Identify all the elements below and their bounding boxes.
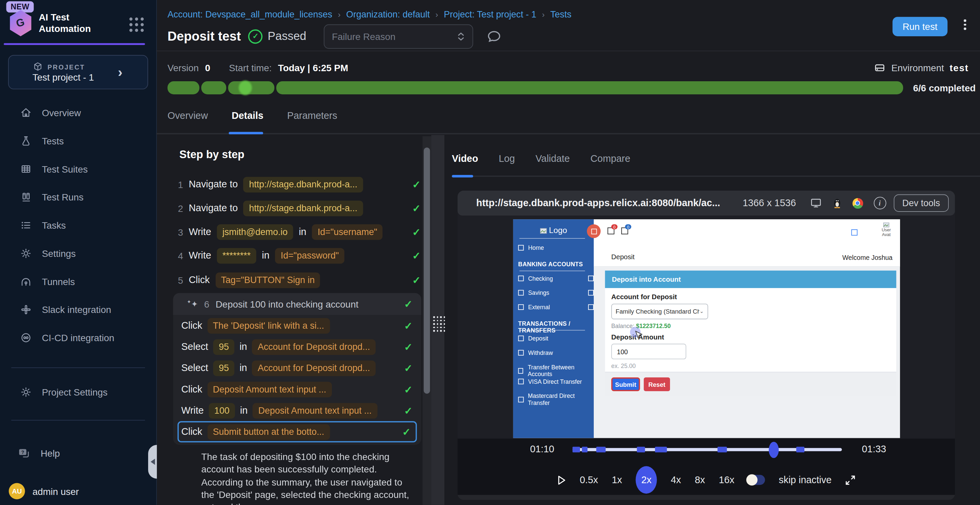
sidebar-item-overview[interactable]: Overview xyxy=(0,99,156,127)
project-selector[interactable]: PROJECT Test project - 1 › xyxy=(8,55,148,89)
checkbox-icon[interactable] xyxy=(851,229,858,236)
main-area: Account: Devspace_all_module_licenses› O… xyxy=(156,0,980,505)
speed-4x[interactable]: 4x xyxy=(671,474,681,485)
skip-inactive-toggle[interactable] xyxy=(748,475,765,485)
app-form-footer: Submit Reset xyxy=(605,372,896,396)
dev-tools-button[interactable]: Dev tools xyxy=(893,194,949,212)
app-section-transactions: TRANSACTIONS / TRANSFERS xyxy=(518,320,594,334)
speed-8x[interactable]: 8x xyxy=(695,474,705,485)
sidebar-item-tunnels[interactable]: Tunnels xyxy=(0,268,156,296)
progress-text: 6/6 completed xyxy=(913,83,976,93)
video-frame[interactable]: Logo Home BANKING ACCOUNTS Checking Savi… xyxy=(457,216,955,438)
tab-parameters[interactable]: Parameters xyxy=(287,110,337,121)
apps-grid-icon[interactable] xyxy=(129,17,144,32)
app-nav-checking[interactable]: Checking xyxy=(518,275,553,282)
sidebar-item-project-settings[interactable]: Project Settings xyxy=(0,378,176,406)
app-nav-external[interactable]: External xyxy=(518,303,550,310)
tab-video[interactable]: Video xyxy=(452,153,478,164)
tab-validate[interactable]: Validate xyxy=(535,153,570,164)
steps-scrollbar[interactable] xyxy=(423,136,431,505)
app-nav-mastercard[interactable]: Mastercard Direct Transfer xyxy=(518,392,594,406)
app-nav-home[interactable]: Home xyxy=(518,245,544,251)
svg-text:?: ? xyxy=(21,449,24,455)
tabs-divider xyxy=(156,133,980,134)
progress-segment xyxy=(201,81,226,94)
step-group-header[interactable]: ✦✦ 6 Deposit 100 into checking account ✓ xyxy=(173,293,421,315)
breadcrumb-account[interactable]: Account: Devspace_all_module_licenses xyxy=(168,10,332,19)
fullscreen-icon[interactable] xyxy=(845,475,856,485)
window-icon[interactable]: 0 xyxy=(621,227,628,234)
step-check-icon: ✓ xyxy=(412,226,421,238)
sidebar-item-help[interactable]: ? Help xyxy=(0,447,173,460)
step-target-chip: http://stage.dbank.prod-a... xyxy=(243,176,363,192)
sidebar-item-tasks[interactable]: Tasks xyxy=(0,211,156,240)
sidebar-item-tests[interactable]: Tests xyxy=(0,127,156,155)
substep-row[interactable]: Select 95 in Account for Deposit dropd..… xyxy=(173,336,421,357)
substep-row[interactable]: Click The 'Deposit' link with a si... ✓ xyxy=(173,315,421,336)
step-row-1[interactable]: 1 Navigate to http://stage.dbank.prod-a.… xyxy=(173,173,423,197)
panel-resize-handle[interactable] xyxy=(431,135,444,505)
progress-bar: 6/6 completed xyxy=(168,81,976,94)
substep-row-selected[interactable]: Click Submit button at the botto... ✓ xyxy=(178,421,417,442)
app-nav-deposit[interactable]: Deposit xyxy=(518,335,549,341)
scrollbar-thumb[interactable] xyxy=(424,148,430,394)
step-target-chip: Tag="BUTTON" Sign in xyxy=(215,272,320,288)
app-reset-button[interactable]: Reset xyxy=(644,377,670,391)
kebab-menu-icon[interactable] xyxy=(964,19,966,30)
sidebar-item-cicd-integration[interactable]: CI-CD integration xyxy=(0,324,156,352)
activity-marker xyxy=(796,447,804,453)
player-tabs: Video Log Validate Compare xyxy=(452,153,630,164)
speed-1x[interactable]: 1x xyxy=(612,474,622,485)
breadcrumb-project[interactable]: Project: Test project - 1 xyxy=(444,10,536,19)
breadcrumb: Account: Devspace_all_module_licenses› O… xyxy=(168,10,572,19)
drag-dots-icon xyxy=(433,316,445,332)
speed-16x[interactable]: 16x xyxy=(719,474,735,485)
play-button[interactable] xyxy=(557,475,566,485)
breadcrumb-tests[interactable]: Tests xyxy=(550,10,572,19)
timeline-track[interactable] xyxy=(573,448,842,451)
environment-value: test xyxy=(950,62,969,73)
user-menu[interactable]: AU admin user xyxy=(0,483,165,499)
ai-sparkle-icon: ✦✦ xyxy=(187,299,198,308)
app-nav-visa[interactable]: VISA Direct Transfer xyxy=(518,378,582,385)
info-icon[interactable]: i xyxy=(873,197,886,209)
step-row-3[interactable]: 3 Write jsmith@demo.io in Id="username" … xyxy=(173,220,423,244)
breadcrumb-organization[interactable]: Organization: default xyxy=(346,10,430,19)
speed-2x-active[interactable]: 2x xyxy=(636,466,657,494)
app-nav-withdraw[interactable]: Withdraw xyxy=(518,349,553,356)
step-row-2[interactable]: 2 Navigate to http://stage.dbank.prod-a.… xyxy=(173,196,423,220)
tab-compare[interactable]: Compare xyxy=(590,153,630,164)
sidebar-item-settings[interactable]: Settings xyxy=(0,240,156,268)
app-nav-transfer[interactable]: Transfer Between Accounts xyxy=(518,364,594,377)
player-footer-strip xyxy=(457,495,955,500)
step-value-chip: ******** xyxy=(217,248,256,264)
tab-details[interactable]: Details xyxy=(232,110,264,121)
sidebar-item-test-suites[interactable]: Test Suites xyxy=(0,155,156,183)
tab-overview[interactable]: Overview xyxy=(168,110,208,121)
app-form-banner: Deposit into Account xyxy=(605,271,896,288)
user-avatar-broken[interactable]: User Avat xyxy=(876,222,896,238)
run-test-button[interactable]: Run test xyxy=(892,17,948,36)
window-icon[interactable]: 0 xyxy=(608,227,614,234)
step-row-4[interactable]: 4 Write ******** in Id="password" ✓ xyxy=(173,244,423,268)
step-target-chip: Submit button at the botto... xyxy=(207,424,330,440)
app-nav-savings[interactable]: Savings xyxy=(518,289,549,296)
step-row-5[interactable]: 5 Click Tag="BUTTON" Sign in ✓ xyxy=(173,268,423,292)
deposit-amount-input[interactable]: 100 xyxy=(611,344,686,360)
tab-log[interactable]: Log xyxy=(499,153,515,164)
substep-row[interactable]: Click Deposit Amount text input ... ✓ xyxy=(173,379,421,400)
substep-row[interactable]: Write 100 in Deposit Amount text input .… xyxy=(173,400,421,421)
speed-0-5x[interactable]: 0.5x xyxy=(580,474,598,485)
sidebar-divider xyxy=(11,367,145,368)
hard-drive-icon xyxy=(874,62,886,73)
sidebar-item-test-runs[interactable]: Test Runs xyxy=(0,183,156,211)
substep-row[interactable]: Select 95 in Account for Deposit dropd..… xyxy=(173,357,421,378)
sidebar-item-slack-integration[interactable]: Slack integration xyxy=(0,295,156,324)
comment-icon[interactable] xyxy=(487,30,501,43)
app-submit-button[interactable]: Submit xyxy=(611,377,640,391)
failure-reason-select[interactable]: Failure Reason xyxy=(324,24,473,49)
timeline-thumb[interactable] xyxy=(769,442,779,458)
account-select[interactable]: Family Checking (Standard Checking) ⌄ xyxy=(611,303,708,319)
step-check-icon: ✓ xyxy=(412,202,421,214)
sidebar-collapse-handle[interactable] xyxy=(148,445,157,478)
